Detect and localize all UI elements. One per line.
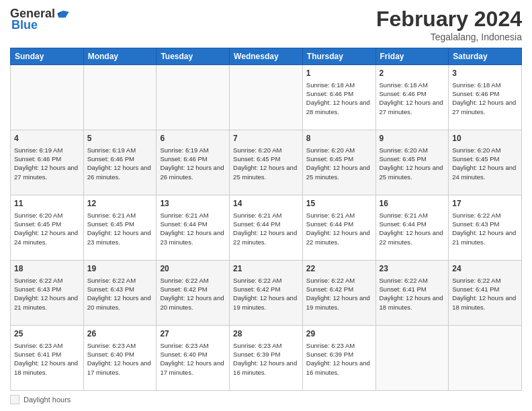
calendar-cell <box>375 326 449 391</box>
calendar-cell: 12Sunrise: 6:21 AMSunset: 6:45 PMDayligh… <box>83 195 157 261</box>
day-number: 10 <box>452 133 518 144</box>
calendar-cell: 28Sunrise: 6:23 AMSunset: 6:39 PMDayligh… <box>230 326 303 391</box>
calendar-week-4: 18Sunrise: 6:22 AMSunset: 6:43 PMDayligh… <box>11 261 522 326</box>
calendar-cell <box>157 65 230 130</box>
calendar-week-5: 25Sunrise: 6:23 AMSunset: 6:41 PMDayligh… <box>11 326 522 391</box>
calendar-cell: 16Sunrise: 6:21 AMSunset: 6:44 PMDayligh… <box>375 195 449 261</box>
day-number: 16 <box>380 198 445 210</box>
calendar-cell: 8Sunrise: 6:20 AMSunset: 6:45 PMDaylight… <box>302 130 375 195</box>
location: Tegalalang, Indonesia <box>376 32 522 42</box>
calendar-cell: 25Sunrise: 6:23 AMSunset: 6:41 PMDayligh… <box>11 326 84 391</box>
weekday-sunday: Sunday <box>11 48 84 65</box>
day-number: 26 <box>87 328 153 340</box>
calendar-cell <box>230 65 303 130</box>
day-number: 25 <box>14 328 80 340</box>
weekday-wednesday: Wednesday <box>230 48 303 65</box>
calendar-cell: 29Sunrise: 6:23 AMSunset: 6:39 PMDayligh… <box>302 326 375 391</box>
calendar-cell: 22Sunrise: 6:22 AMSunset: 6:42 PMDayligh… <box>302 261 375 326</box>
calendar-cell: 10Sunrise: 6:20 AMSunset: 6:45 PMDayligh… <box>449 130 522 195</box>
calendar-table: SundayMondayTuesdayWednesdayThursdayFrid… <box>10 48 522 391</box>
day-number: 4 <box>14 133 80 144</box>
day-number: 27 <box>160 328 226 340</box>
weekday-thursday: Thursday <box>302 48 375 65</box>
day-number: 3 <box>452 68 518 79</box>
calendar-cell: 7Sunrise: 6:20 AMSunset: 6:45 PMDaylight… <box>230 130 303 195</box>
day-number: 22 <box>306 263 372 275</box>
calendar-cell: 11Sunrise: 6:20 AMSunset: 6:45 PMDayligh… <box>11 195 84 261</box>
day-number: 9 <box>380 133 445 144</box>
day-number: 14 <box>233 198 299 210</box>
day-number: 12 <box>87 198 153 210</box>
calendar-cell: 5Sunrise: 6:19 AMSunset: 6:46 PMDaylight… <box>83 130 157 195</box>
day-number: 23 <box>380 263 445 275</box>
title-block: February 2024 Tegalalang, Indonesia <box>376 7 522 42</box>
day-number: 15 <box>306 198 372 210</box>
logo-blue-text: Blue <box>11 18 38 32</box>
calendar-cell: 4Sunrise: 6:19 AMSunset: 6:46 PMDaylight… <box>11 130 84 195</box>
daylight-label: Daylight hours <box>24 396 71 404</box>
calendar-cell: 6Sunrise: 6:19 AMSunset: 6:46 PMDaylight… <box>157 130 230 195</box>
day-number: 28 <box>233 328 299 340</box>
day-number: 7 <box>233 133 299 144</box>
calendar-cell: 23Sunrise: 6:22 AMSunset: 6:41 PMDayligh… <box>375 261 449 326</box>
calendar-cell: 13Sunrise: 6:21 AMSunset: 6:44 PMDayligh… <box>157 195 230 261</box>
day-number: 13 <box>160 198 226 210</box>
calendar-cell: 18Sunrise: 6:22 AMSunset: 6:43 PMDayligh… <box>11 261 84 326</box>
calendar-cell: 21Sunrise: 6:22 AMSunset: 6:42 PMDayligh… <box>230 261 303 326</box>
day-number: 6 <box>160 133 226 144</box>
calendar-cell: 15Sunrise: 6:21 AMSunset: 6:44 PMDayligh… <box>302 195 375 261</box>
logo-icon <box>56 7 70 21</box>
daylight-legend-box <box>10 395 19 404</box>
day-number: 8 <box>306 133 372 144</box>
calendar-cell: 17Sunrise: 6:22 AMSunset: 6:43 PMDayligh… <box>449 195 522 261</box>
month-title: February 2024 <box>376 7 522 32</box>
calendar-cell: 9Sunrise: 6:20 AMSunset: 6:45 PMDaylight… <box>375 130 449 195</box>
calendar-cell: 1Sunrise: 6:18 AMSunset: 6:46 PMDaylight… <box>302 65 375 130</box>
calendar-cell <box>83 65 157 130</box>
weekday-header-row: SundayMondayTuesdayWednesdayThursdayFrid… <box>11 48 522 65</box>
calendar-week-1: 1Sunrise: 6:18 AMSunset: 6:46 PMDaylight… <box>11 65 522 130</box>
day-number: 24 <box>452 263 518 275</box>
page: General Blue February 2024 Tegalalang, I… <box>0 0 532 411</box>
day-number: 5 <box>87 133 153 144</box>
calendar-cell <box>11 65 84 130</box>
day-number: 1 <box>306 68 372 79</box>
calendar-week-3: 11Sunrise: 6:20 AMSunset: 6:45 PMDayligh… <box>11 195 522 261</box>
calendar-cell <box>449 326 522 391</box>
weekday-tuesday: Tuesday <box>157 48 230 65</box>
weekday-friday: Friday <box>375 48 449 65</box>
day-number: 29 <box>306 328 372 340</box>
logo: General Blue <box>10 7 70 32</box>
calendar-cell: 20Sunrise: 6:22 AMSunset: 6:42 PMDayligh… <box>157 261 230 326</box>
calendar-cell: 27Sunrise: 6:23 AMSunset: 6:40 PMDayligh… <box>157 326 230 391</box>
calendar-cell: 2Sunrise: 6:18 AMSunset: 6:46 PMDaylight… <box>375 65 449 130</box>
day-number: 21 <box>233 263 299 275</box>
day-number: 17 <box>452 198 518 210</box>
calendar-cell: 26Sunrise: 6:23 AMSunset: 6:40 PMDayligh… <box>83 326 157 391</box>
calendar-cell: 24Sunrise: 6:22 AMSunset: 6:41 PMDayligh… <box>449 261 522 326</box>
weekday-saturday: Saturday <box>449 48 522 65</box>
header: General Blue February 2024 Tegalalang, I… <box>10 7 522 42</box>
calendar-week-2: 4Sunrise: 6:19 AMSunset: 6:46 PMDaylight… <box>11 130 522 195</box>
footer: Daylight hours <box>10 395 522 404</box>
calendar-cell: 14Sunrise: 6:21 AMSunset: 6:44 PMDayligh… <box>230 195 303 261</box>
calendar-cell: 19Sunrise: 6:22 AMSunset: 6:43 PMDayligh… <box>83 261 157 326</box>
weekday-monday: Monday <box>83 48 157 65</box>
day-number: 2 <box>380 68 445 79</box>
day-number: 19 <box>87 263 153 275</box>
calendar-cell: 3Sunrise: 6:18 AMSunset: 6:46 PMDaylight… <box>449 65 522 130</box>
day-number: 20 <box>160 263 226 275</box>
day-number: 18 <box>14 263 80 275</box>
day-number: 11 <box>14 198 80 210</box>
